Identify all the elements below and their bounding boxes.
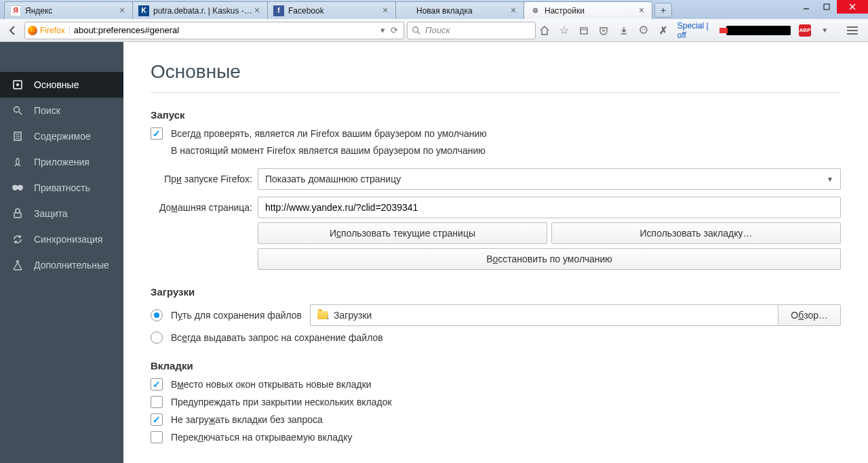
divider — [151, 92, 841, 93]
special-status[interactable]: Special | off — [677, 21, 718, 40]
restore-default-button[interactable]: Восстановить по умолчанию — [258, 248, 841, 270]
mask-icon — [11, 181, 24, 195]
checkbox-always-check[interactable] — [151, 127, 163, 140]
tab-facebook[interactable]: f Facebook × — [267, 1, 396, 19]
sidebar-item-content[interactable]: Содержимое — [0, 123, 123, 149]
search-icon — [11, 104, 24, 117]
row-dont-load: Не загружать вкладки без запроса — [151, 414, 841, 426]
yandex-icon: Я — [10, 5, 21, 16]
hamburger-menu[interactable] — [846, 26, 860, 35]
downloads-icon[interactable] — [618, 26, 629, 35]
tab-kaskus[interactable]: K putra.debata.r. | Kaskus - ... × — [132, 1, 268, 19]
sidebar-item-search[interactable]: Поиск — [0, 98, 123, 123]
preferences-sidebar: Основные Поиск Содержимое Приложения При… — [0, 42, 123, 463]
checkbox-label: Не загружать вкладки без запроса — [171, 414, 323, 425]
tab-settings[interactable]: ⚙ Настройки × — [524, 1, 652, 19]
chevron-down-icon[interactable]: ▼ — [819, 26, 831, 34]
sidebar-item-label: Дополнительные — [34, 260, 109, 270]
checkbox-open-tabs[interactable] — [151, 378, 163, 390]
use-bookmark-button[interactable]: Использовать закладку… — [551, 222, 841, 244]
homepage-label: Домашняя страница: — [151, 202, 252, 213]
btn-label: Использовать закладку… — [640, 228, 753, 239]
default-browser-status: В настоящий момент Firefox является ваши… — [171, 145, 841, 156]
svg-point-8 — [640, 26, 647, 33]
url-bar[interactable]: Firefox ▾ ⟳ — [24, 22, 404, 39]
sidebar-item-label: Поиск — [34, 105, 60, 116]
svg-point-10 — [644, 29, 646, 31]
sidebar-item-sync[interactable]: Синхронизация — [0, 226, 123, 252]
svg-line-5 — [418, 31, 420, 34]
sidebar-item-general[interactable]: Основные — [0, 72, 123, 98]
checkbox-warn-close[interactable] — [151, 396, 163, 408]
sidebar-item-label: Приложения — [34, 157, 90, 167]
on-start-select[interactable]: Показать домашнюю страницу ▼ — [258, 168, 841, 190]
checkbox-dont-load[interactable] — [151, 414, 163, 426]
page-title: Основные — [151, 61, 841, 83]
gear-icon: ⚙ — [530, 5, 540, 16]
sidebar-item-applications[interactable]: Приложения — [0, 149, 123, 175]
radio-always-ask[interactable] — [151, 331, 163, 344]
abp-icon[interactable]: ABP — [799, 24, 810, 37]
section-heading: Вкладки — [151, 360, 841, 371]
close-icon[interactable]: × — [509, 6, 518, 16]
sidebar-item-label: Защита — [34, 208, 68, 219]
close-icon[interactable]: × — [117, 6, 127, 16]
browse-button[interactable]: Обзор… — [778, 304, 841, 326]
section-heading: Загрузки — [151, 286, 841, 298]
checkbox-label: Предупреждать при закрытии нескольких вк… — [171, 397, 392, 407]
preferences-main: Основные Запуск Всегда проверять, являет… — [123, 42, 868, 463]
section-startup: Запуск Всегда проверять, является ли Fir… — [151, 109, 841, 270]
back-button[interactable] — [4, 22, 22, 39]
flask-icon — [11, 258, 24, 272]
path-text: Загрузки — [334, 310, 372, 321]
search-bar[interactable]: Поиск — [407, 22, 536, 39]
identity-box[interactable]: Firefox — [28, 26, 70, 35]
checkbox-label: Всегда проверять, является ли Firefox ва… — [171, 128, 487, 139]
content-icon — [11, 129, 24, 143]
svg-rect-6 — [580, 28, 587, 34]
startup-grid: При запуске Firefox: Показать домашнюю с… — [151, 168, 841, 218]
svg-line-14 — [19, 112, 22, 115]
tab-label: Настройки — [545, 6, 637, 16]
chat-icon[interactable] — [637, 26, 649, 35]
pocket-icon[interactable] — [598, 26, 610, 35]
dropdown-arrow-icon[interactable]: ▾ — [378, 25, 388, 35]
tab-yandex[interactable]: Я Яндекс × — [4, 1, 133, 19]
close-window-button[interactable] — [837, 0, 868, 14]
checkbox-switch-to[interactable] — [151, 431, 163, 443]
use-current-button[interactable]: Использовать текущие страницы — [258, 222, 547, 244]
noscript-icon[interactable]: ✗ — [658, 24, 669, 37]
maximize-button[interactable] — [816, 0, 837, 14]
close-icon[interactable]: × — [637, 6, 646, 16]
home-icon[interactable] — [538, 25, 550, 36]
svg-point-9 — [642, 29, 643, 31]
library-icon[interactable] — [578, 26, 590, 35]
redacted-area — [726, 26, 791, 35]
sidebar-item-privacy[interactable]: Приватность — [0, 175, 123, 201]
url-input[interactable] — [74, 25, 378, 35]
tab-label: putra.debata.r. | Kaskus - ... — [153, 6, 252, 16]
tab-newtab[interactable]: Новая вкладка × — [395, 1, 524, 19]
reload-icon[interactable]: ⟳ — [388, 25, 401, 35]
sidebar-item-advanced[interactable]: Дополнительные — [0, 252, 123, 278]
download-path: Загрузки Обзор… — [310, 304, 841, 326]
new-tab-button[interactable]: + — [654, 3, 672, 18]
content-area: Основные Поиск Содержимое Приложения При… — [0, 42, 868, 463]
lock-icon — [11, 207, 24, 220]
svg-point-13 — [14, 107, 20, 113]
sidebar-item-security[interactable]: Защита — [0, 201, 123, 226]
svg-rect-1 — [824, 4, 829, 9]
minimize-button[interactable] — [796, 0, 816, 14]
tab-label: Facebook — [288, 6, 380, 16]
search-icon — [412, 26, 421, 35]
download-path-box[interactable]: Загрузки — [310, 304, 778, 326]
blank-icon — [401, 5, 412, 16]
homepage-input[interactable] — [258, 197, 841, 218]
row-check-default: Всегда проверять, является ли Firefox ва… — [151, 127, 841, 140]
radio-save-to[interactable] — [151, 309, 163, 321]
bookmark-star-icon[interactable]: ☆ — [558, 24, 570, 37]
row-warn-close: Предупреждать при закрытии нескольких вк… — [151, 396, 841, 408]
close-icon[interactable]: × — [252, 6, 262, 16]
close-icon[interactable]: × — [380, 6, 390, 16]
svg-point-12 — [16, 83, 19, 86]
